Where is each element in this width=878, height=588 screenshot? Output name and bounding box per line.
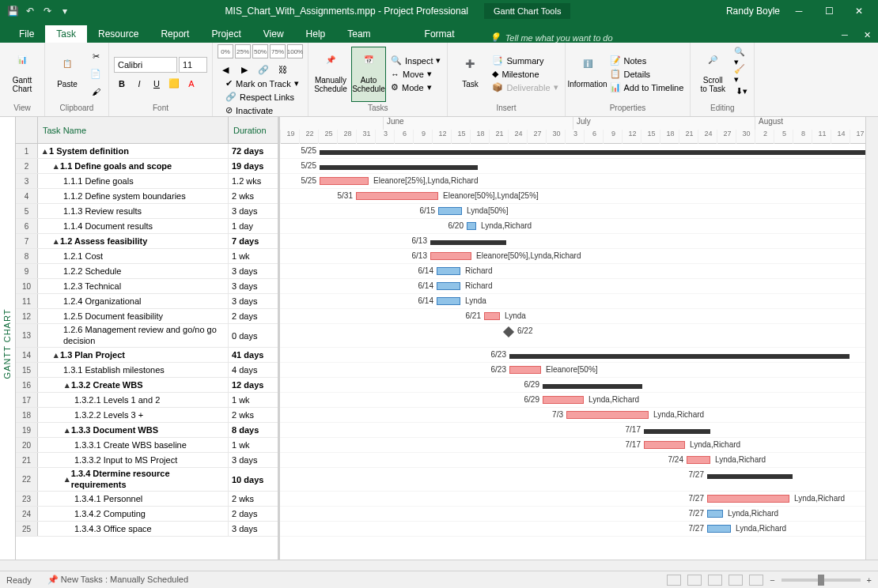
duration-cell[interactable]: 2 days (229, 507, 278, 521)
indent-button[interactable]: ▶ (237, 62, 252, 77)
duration-cell[interactable]: 8 days (229, 423, 278, 437)
task-bar[interactable] (644, 441, 685, 449)
task-bar[interactable] (430, 252, 471, 260)
duration-cell[interactable]: 1.2 wks (229, 174, 278, 188)
task-name-cell[interactable]: 1.2.6 Management review and go/no go dec… (38, 324, 229, 347)
pct-25[interactable]: 25% (235, 44, 251, 58)
copy-button[interactable]: 📄 (88, 66, 104, 82)
zoom-in-button[interactable]: + (867, 575, 872, 585)
pct-0[interactable]: 0% (218, 44, 233, 58)
task-row[interactable]: 7▴1.2 Assess feasibility7 days (16, 234, 278, 249)
gantt-row[interactable]: 5/31Eleanore[50%],Lynda[25%] (280, 189, 865, 204)
task-row[interactable]: 14▴1.3 Plan Project41 days (16, 348, 278, 363)
duration-cell[interactable]: 2 wks (229, 189, 278, 203)
task-bar[interactable] (687, 456, 710, 464)
task-row[interactable]: 111.2.4 Organizational3 days (16, 294, 278, 309)
respect-links-button[interactable]: 🔗Respect Links (224, 91, 303, 103)
outline-toggle-icon[interactable]: ▴ (63, 425, 71, 435)
row-number[interactable]: 9 (16, 264, 38, 278)
tab-format[interactable]: Format (414, 25, 466, 43)
task-row[interactable]: 51.1.3 Review results3 days (16, 204, 278, 219)
task-bar[interactable] (356, 192, 438, 200)
task-row[interactable]: 22▴1.3.4 Dtermine resource requirements1… (16, 468, 278, 492)
task-name-cell[interactable]: ▴1.2 Assess feasibility (38, 234, 229, 248)
gantt-row[interactable]: 6/21Lynda (280, 309, 865, 324)
summary-bar[interactable] (320, 165, 478, 170)
add-timeline-button[interactable]: 📊Add to Timeline (608, 81, 686, 93)
duration-cell[interactable]: 72 days (229, 144, 278, 158)
bold-button[interactable]: B (114, 76, 130, 92)
task-row[interactable]: 2▴1.1 Define goals and scope19 days (16, 159, 278, 174)
task-name-cell[interactable]: 1.2.5 Document feasibility (38, 309, 229, 323)
gantt-row[interactable]: 6/23 (280, 348, 865, 363)
task-name-cell[interactable]: 1.2.1 Cost (38, 249, 229, 263)
clear-button[interactable]: 🧹▾ (733, 66, 749, 82)
task-bar[interactable] (707, 495, 789, 503)
milestone-button[interactable]: ◆Milestone (490, 68, 559, 80)
summary-bar[interactable] (509, 354, 850, 359)
gantt-row[interactable]: 6/29Lynda,Richard (280, 393, 865, 408)
inspect-button[interactable]: 🔍Inspect ▾ (389, 55, 442, 66)
font-color-button[interactable]: A (184, 76, 199, 92)
task-bar[interactable] (707, 510, 723, 518)
undo-icon[interactable]: ↶ (24, 5, 36, 17)
duration-cell[interactable]: 1 day (229, 219, 278, 233)
task-row[interactable]: 1▴1 System definition72 days (16, 144, 278, 159)
row-number[interactable]: 18 (16, 408, 38, 422)
task-bar[interactable] (707, 525, 731, 533)
task-row[interactable]: 81.2.1 Cost1 wk (16, 249, 278, 264)
details-button[interactable]: 📋Details (608, 68, 686, 80)
task-row[interactable]: 171.3.2.1 Levels 1 and 21 wk (16, 393, 278, 408)
task-row[interactable]: 201.3.3.1 Create WBS baseline1 wk (16, 438, 278, 453)
milestone-marker[interactable] (503, 326, 514, 337)
task-name-cell[interactable]: ▴1.3.4 Dtermine resource requirements (38, 468, 229, 491)
move-button[interactable]: ↔Move ▾ (389, 68, 442, 80)
duration-cell[interactable]: 4 days (229, 363, 278, 377)
task-name-cell[interactable]: 1.3.2.1 Levels 1 and 2 (38, 393, 229, 407)
mode-button[interactable]: ⚙Mode ▾ (389, 81, 442, 93)
pct-50[interactable]: 50% (252, 44, 268, 58)
task-bar[interactable] (566, 411, 649, 419)
zoom-out-button[interactable]: − (770, 575, 774, 585)
task-bar[interactable] (320, 177, 369, 185)
duration-cell[interactable]: 2 days (229, 309, 278, 323)
row-number[interactable]: 17 (16, 393, 38, 407)
duration-cell[interactable]: 3 days (229, 264, 278, 278)
task-name-cell[interactable]: 1.3.4.3 Office space (38, 522, 229, 536)
row-number[interactable]: 11 (16, 294, 38, 308)
ribbon-minimize-button[interactable]: ─ (834, 27, 856, 43)
duration-cell[interactable]: 3 days (229, 294, 278, 308)
summary-bar[interactable] (707, 474, 793, 479)
row-number[interactable]: 22 (16, 468, 38, 491)
duration-cell[interactable]: 41 days (229, 348, 278, 362)
save-icon[interactable]: 💾 (6, 5, 19, 17)
information-button[interactable]: ℹ️ Information (570, 47, 605, 102)
view-shortcut-1[interactable] (667, 575, 681, 586)
row-number[interactable]: 8 (16, 249, 38, 263)
duration-cell[interactable]: 2 wks (229, 492, 278, 506)
task-row[interactable]: 19▴1.3.3 Document WBS8 days (16, 423, 278, 438)
row-header-corner[interactable] (16, 117, 38, 143)
task-bar[interactable] (509, 366, 541, 374)
cut-button[interactable]: ✂ (88, 49, 104, 65)
task-name-cell[interactable]: 1.2.2 Schedule (38, 264, 229, 278)
row-number[interactable]: 24 (16, 507, 38, 521)
gantt-row[interactable]: 7/27Lynda,Richard (280, 507, 865, 522)
qat-dropdown-icon[interactable]: ▾ (59, 5, 71, 17)
link-button[interactable]: 🔗 (255, 62, 271, 77)
gantt-row[interactable]: 6/29 (280, 378, 865, 393)
italic-button[interactable]: I (131, 76, 147, 92)
duration-cell[interactable]: 3 days (229, 204, 278, 218)
gantt-row[interactable]: 6/20Lynda,Richard (280, 219, 865, 234)
gantt-chart-area[interactable]: JuneJulyAugust19222528313691215182124273… (280, 117, 865, 571)
view-shortcut-2[interactable] (687, 575, 702, 586)
manually-schedule-button[interactable]: 📌 Manually Schedule (313, 47, 348, 102)
row-number[interactable]: 7 (16, 234, 38, 248)
duration-cell[interactable]: 1 wk (229, 393, 278, 407)
tab-file[interactable]: File (8, 25, 45, 43)
task-bar[interactable] (467, 222, 476, 230)
task-name-cell[interactable]: 1.3.1 Establish milestones (38, 363, 229, 377)
task-row[interactable]: 231.3.4.1 Personnel2 wks (16, 492, 278, 507)
redo-icon[interactable]: ↷ (41, 5, 54, 17)
task-bar[interactable] (484, 312, 500, 320)
